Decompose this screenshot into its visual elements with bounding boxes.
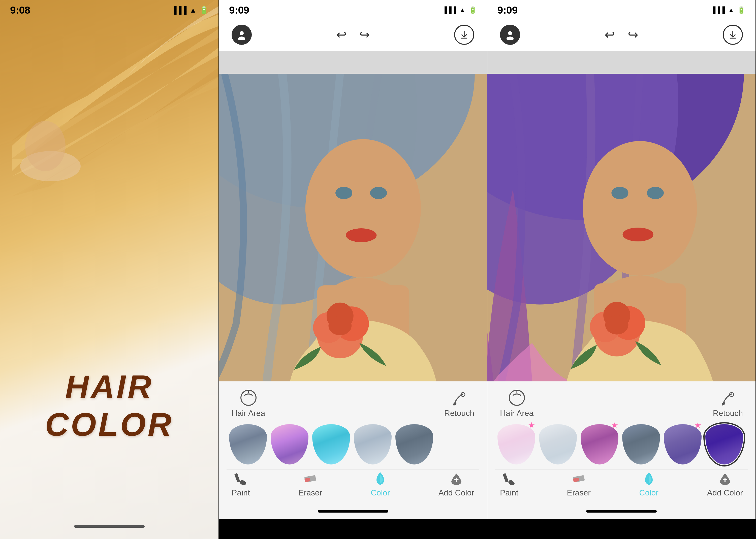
home-indicator-2 [219, 504, 487, 519]
app-title-container: HAIR COLOR [15, 368, 203, 443]
download-button-2[interactable] [454, 25, 474, 45]
swatches-row-2 [227, 422, 479, 470]
add-color-tool-3[interactable]: Add Color [707, 471, 743, 498]
svg-point-27 [507, 37, 514, 40]
tool-bar-3: Paint Eraser Color [495, 470, 748, 501]
undo-button-2[interactable]: ↩ [336, 28, 347, 42]
redo-button-2[interactable]: ↪ [359, 28, 370, 42]
battery-icon-2: 🔋 [469, 6, 477, 14]
svg-point-10 [335, 187, 352, 199]
hair-area-tool-3[interactable]: Hair Area [500, 389, 533, 418]
status-time-3: 9:09 [498, 5, 518, 16]
eraser-tool-2[interactable]: Eraser [298, 471, 322, 498]
battery-icon-1: 🔋 [200, 6, 208, 14]
add-color-tool-2[interactable]: Add Color [438, 471, 474, 498]
svg-point-11 [370, 187, 387, 199]
redo-button-3[interactable]: ↪ [628, 28, 638, 42]
panel-purple-hair: 9:09 ▐▐▐ ▲ 🔋 ↩ ↪ [487, 0, 755, 539]
swatch-3-4[interactable] [622, 424, 660, 464]
paint-label-2: Paint [232, 488, 250, 498]
toolbar-actions-2: ↩ ↪ [336, 28, 370, 42]
swatch-star-3-5: ★ [694, 422, 702, 430]
photo-blue-hair [219, 74, 487, 381]
color-label-2: Color [371, 488, 390, 498]
svg-point-2 [239, 31, 244, 35]
paint-label-3: Paint [500, 488, 519, 498]
eraser-label-2: Eraser [298, 488, 322, 498]
swatch-2-4[interactable] [354, 424, 392, 464]
svg-point-26 [508, 31, 512, 35]
hair-tools-row-3: Hair Area Retouch [495, 386, 748, 422]
add-color-label-2: Add Color [438, 488, 474, 498]
svg-point-41 [605, 315, 628, 334]
hair-area-tool-2[interactable]: Hair Area [232, 389, 265, 418]
swatch-2-3[interactable] [312, 424, 350, 464]
svg-point-31 [583, 141, 697, 276]
swatch-3-1[interactable]: ★ [498, 424, 535, 464]
home-indicator-3 [487, 504, 755, 519]
signal-icon-1: ▐▐▐ [172, 6, 187, 14]
app-toolbar-3: ↩ ↪ [487, 18, 755, 51]
download-button-3[interactable] [723, 25, 743, 45]
bottom-controls-2: Hair Area Retouch [219, 381, 487, 504]
status-icons-2: ▐▐▐ ▲ 🔋 [442, 6, 477, 14]
color-tool-2[interactable]: Color [371, 471, 390, 498]
home-bar-3 [586, 510, 657, 512]
swatch-3-3[interactable]: ★ [581, 424, 618, 464]
home-bar-1 [74, 525, 144, 528]
gray-spacer-3 [487, 51, 755, 74]
status-time-2: 9:09 [229, 5, 249, 16]
svg-point-7 [306, 139, 421, 278]
wifi-icon-1: ▲ [190, 6, 197, 14]
svg-point-34 [612, 187, 628, 199]
add-color-label-3: Add Color [707, 488, 743, 498]
svg-point-17 [329, 316, 352, 335]
undo-button-3[interactable]: ↩ [605, 28, 615, 42]
swatch-3-6[interactable] [706, 424, 743, 464]
status-icons-3: ▐▐▐ ▲ 🔋 [711, 6, 745, 14]
swatch-2-5[interactable] [395, 424, 433, 464]
paint-tool-3[interactable]: Paint [500, 471, 519, 498]
app-title: HAIR COLOR [15, 368, 203, 443]
swatch-star-3-1: ★ [528, 422, 535, 430]
hair-area-label-3: Hair Area [500, 409, 533, 418]
app-toolbar-2: ↩ ↪ [219, 18, 487, 51]
eraser-tool-3[interactable]: Eraser [567, 471, 591, 498]
svg-point-12 [346, 228, 376, 242]
tool-bar-2: Paint Eraser Color [227, 470, 479, 501]
panel-blue-hair: 9:09 ▐▐▐ ▲ 🔋 ↩ ↪ [219, 0, 487, 539]
swatches-row-3: ★ ★ ★ [495, 422, 748, 470]
swatch-2-2[interactable] [271, 424, 309, 464]
retouch-label-3: Retouch [713, 409, 743, 418]
status-bar-3: 9:09 ▐▐▐ ▲ 🔋 [487, 0, 755, 18]
svg-point-36 [623, 228, 653, 241]
svg-rect-21 [235, 473, 240, 482]
swatch-star-3-3: ★ [611, 422, 618, 430]
color-tool-3[interactable]: Color [639, 471, 658, 498]
swatch-3-2[interactable] [539, 424, 577, 464]
person-silhouette [5, 96, 93, 184]
photo-purple-hair [487, 74, 755, 381]
swatch-3-5[interactable]: ★ [664, 424, 702, 464]
eraser-label-3: Eraser [567, 488, 591, 498]
wifi-icon-3: ▲ [728, 6, 734, 14]
signal-icon-3: ▐▐▐ [711, 6, 725, 14]
retouch-tool-3[interactable]: Retouch [713, 389, 743, 418]
gray-spacer-2 [219, 51, 487, 74]
svg-rect-45 [503, 473, 509, 482]
retouch-label-2: Retouch [444, 409, 474, 418]
hair-tools-row-2: Hair Area Retouch [227, 386, 479, 422]
toolbar-actions-3: ↩ ↪ [605, 28, 638, 42]
signal-icon-2: ▐▐▐ [442, 6, 456, 14]
profile-icon-3[interactable] [500, 25, 520, 45]
swatch-2-1[interactable] [229, 424, 267, 464]
battery-icon-3: 🔋 [737, 6, 745, 14]
wifi-icon-2: ▲ [459, 6, 466, 14]
profile-icon-2[interactable] [232, 25, 252, 45]
paint-tool-2[interactable]: Paint [232, 471, 250, 498]
hair-area-label-2: Hair Area [232, 409, 265, 418]
status-time-1: 9:08 [10, 5, 30, 16]
svg-point-1 [25, 121, 65, 171]
status-icons-1: ▐▐▐ ▲ 🔋 [172, 6, 208, 14]
retouch-tool-2[interactable]: Retouch [444, 389, 474, 418]
